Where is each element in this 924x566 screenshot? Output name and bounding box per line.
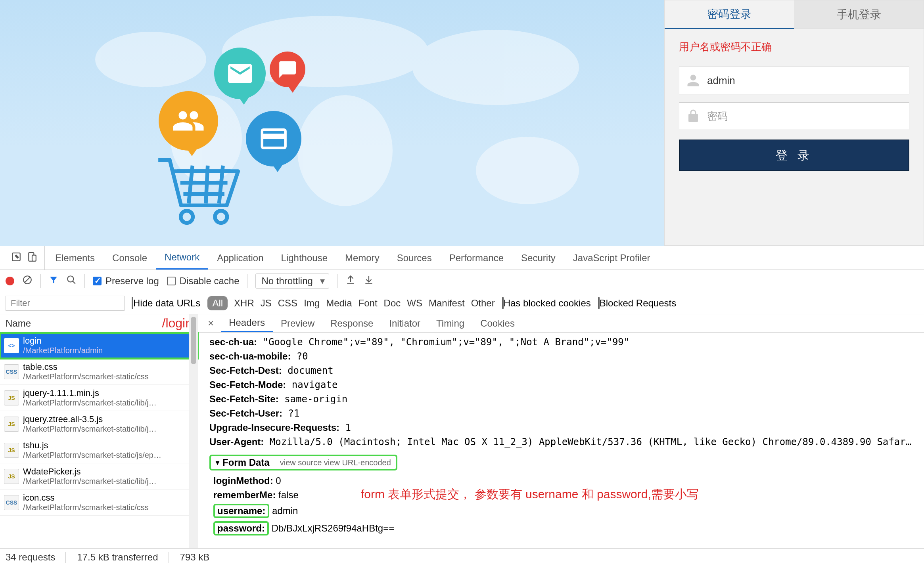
detail-tab-initiator[interactable]: Initiator (381, 314, 428, 332)
search-icon[interactable] (66, 275, 77, 287)
request-path: /MarketPlatform/scmarket-static/lib/j… (23, 398, 157, 407)
request-details: × HeadersPreviewResponseInitiatorTimingC… (198, 314, 924, 548)
header-line: sec-ch-ua-mobile: ?0 (209, 349, 913, 363)
request-row[interactable]: JS jquery-1.11.1.min.js /MarketPlatform/… (0, 385, 198, 411)
svg-rect-16 (32, 255, 36, 261)
svg-line-12 (206, 166, 208, 204)
detail-tab-cookies[interactable]: Cookies (472, 314, 523, 332)
request-row[interactable]: JS tshu.js /MarketPlatform/scmarket-stat… (0, 437, 198, 463)
svg-point-0 (95, 32, 206, 87)
devtools-tab-memory[interactable]: Memory (336, 246, 388, 270)
request-path: /MarketPlatform/scmarket-static/css (23, 372, 149, 381)
disable-cache-checkbox[interactable]: Disable cache (167, 275, 240, 287)
file-type-icon: JS (4, 443, 19, 458)
password-row (679, 102, 909, 130)
request-list: Name /login <> login /MarketPlatform/adm… (0, 314, 198, 548)
password-input[interactable] (707, 103, 909, 130)
devtools-tab-network[interactable]: Network (156, 246, 208, 270)
filter-type-doc[interactable]: Doc (384, 298, 401, 309)
blocked-requests-checkbox[interactable]: Blocked Requests (598, 298, 676, 309)
devtools-tab-elements[interactable]: Elements (46, 246, 104, 270)
close-icon[interactable]: × (204, 317, 218, 329)
filter-icon[interactable] (49, 275, 58, 287)
filter-type-media[interactable]: Media (326, 298, 352, 309)
detail-tab-timing[interactable]: Timing (428, 314, 472, 332)
header-line: sec-ch-ua: "Google Chrome";v="89", "Chro… (209, 335, 913, 349)
filter-type-css[interactable]: CSS (278, 298, 297, 309)
file-type-icon: JS (4, 390, 19, 405)
download-icon[interactable] (364, 275, 374, 287)
preserve-log-checkbox[interactable]: Preserve log (93, 275, 159, 287)
lock-icon (679, 103, 707, 130)
card-icon (246, 111, 301, 166)
network-toolbar: Preserve log Disable cache No throttling (0, 270, 924, 292)
filter-type-js[interactable]: JS (261, 298, 272, 309)
form-data-section[interactable]: Form Data view source view URL-encoded (209, 455, 397, 470)
svg-point-19 (67, 276, 73, 282)
throttling-dropdown[interactable]: No throttling (255, 273, 329, 289)
filter-type-manifest[interactable]: Manifest (429, 298, 465, 309)
request-row[interactable]: JS WdatePicker.js /MarketPlatform/scmark… (0, 463, 198, 490)
form-data-row: loginMethod: 0 (209, 474, 913, 488)
filter-type-xhr[interactable]: XHR (234, 298, 254, 309)
mail-icon (214, 48, 266, 99)
request-row[interactable]: <> login /MarketPlatform/admin (0, 333, 198, 359)
devtools-tab-application[interactable]: Application (208, 246, 272, 270)
header-line: Sec-Fetch-Dest: document (209, 363, 913, 378)
upload-icon[interactable] (345, 275, 356, 287)
request-row[interactable]: CSS table.css /MarketPlatform/scmarket-s… (0, 359, 198, 385)
devtools-tab-lighthouse[interactable]: Lighthouse (272, 246, 336, 270)
svg-point-4 (297, 95, 393, 206)
file-type-icon: <> (4, 338, 19, 353)
request-name: icon.css (23, 493, 149, 503)
devtools-tab-security[interactable]: Security (512, 246, 564, 270)
filter-type-img[interactable]: Img (304, 298, 320, 309)
filter-type-ws[interactable]: WS (407, 298, 422, 309)
name-column-header[interactable]: Name (6, 318, 31, 329)
request-row[interactable]: CSS icon.css /MarketPlatform/scmarket-st… (0, 490, 198, 516)
request-row[interactable]: JS jquery.ztree.all-3.5.js /MarketPlatfo… (0, 411, 198, 437)
clear-button[interactable] (22, 275, 33, 287)
detail-tab-response[interactable]: Response (322, 314, 381, 332)
svg-point-6 (181, 211, 193, 223)
header-line: Sec-Fetch-Mode: navigate (209, 378, 913, 392)
chat-icon (270, 52, 305, 87)
filter-input[interactable] (6, 296, 125, 311)
filter-type-font[interactable]: Font (358, 298, 378, 309)
world-map (0, 0, 664, 246)
view-source-link[interactable]: view source view URL-encoded (280, 458, 391, 467)
hero-illustration (0, 0, 664, 246)
detail-tab-preview[interactable]: Preview (273, 314, 322, 332)
svg-line-20 (73, 281, 75, 284)
request-name: login (23, 336, 103, 346)
header-line: Upgrade-Insecure-Requests: 1 (209, 421, 913, 435)
devtools-tab-console[interactable]: Console (104, 246, 156, 270)
hide-data-urls-checkbox[interactable]: Hide data URLs (132, 298, 200, 309)
annotation-login: /login (162, 316, 193, 331)
devtools-tab-sources[interactable]: Sources (388, 246, 441, 270)
tab-phone-login[interactable]: 手机登录 (794, 0, 924, 29)
header-line: Sec-Fetch-Site: same-origin (209, 392, 913, 406)
detail-tabs: × HeadersPreviewResponseInitiatorTimingC… (198, 314, 924, 333)
request-name: tshu.js (23, 440, 161, 451)
has-blocked-cookies-checkbox[interactable]: Has blocked cookies (502, 298, 591, 309)
devtools-tab-javascript-profiler[interactable]: JavaScript Profiler (564, 246, 659, 270)
record-button[interactable] (6, 277, 14, 285)
login-button[interactable]: 登 录 (679, 140, 909, 171)
username-row (679, 67, 909, 94)
inspect-icon[interactable] (11, 252, 21, 264)
detail-tab-headers[interactable]: Headers (221, 314, 273, 332)
request-path: /MarketPlatform/scmarket-static/lib/j… (23, 424, 157, 434)
filter-type-other[interactable]: Other (471, 298, 495, 309)
filter-type-all[interactable]: All (207, 296, 228, 310)
username-input[interactable] (707, 67, 909, 94)
devtools-tab-performance[interactable]: Performance (441, 246, 512, 270)
request-list-header: Name /login (0, 314, 198, 333)
scrollbar[interactable] (189, 314, 198, 548)
form-data-row: username: admin (209, 502, 913, 520)
tab-password-login[interactable]: 密码登录 (665, 0, 794, 29)
svg-point-7 (215, 211, 227, 223)
request-name: table.css (23, 362, 149, 372)
device-toggle-icon[interactable] (27, 252, 37, 264)
svg-point-2 (412, 30, 579, 105)
